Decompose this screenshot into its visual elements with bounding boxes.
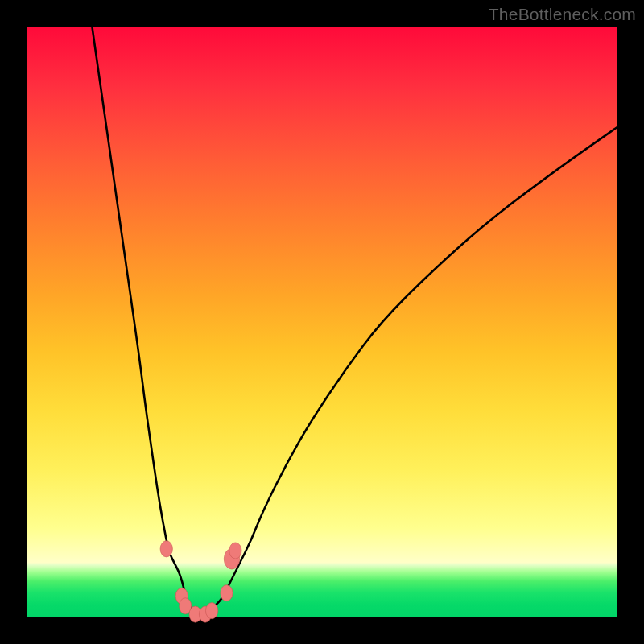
curve-marker — [160, 541, 172, 557]
chart-frame: TheBottleneck.com — [0, 0, 644, 644]
curve-marker — [205, 603, 217, 619]
bottleneck-curve-svg — [27, 27, 617, 617]
curve-marker — [229, 543, 242, 559]
bottleneck-curve — [93, 27, 617, 617]
plot-area — [27, 27, 617, 617]
watermark-text: TheBottleneck.com — [489, 5, 636, 24]
curve-marker — [221, 585, 233, 601]
